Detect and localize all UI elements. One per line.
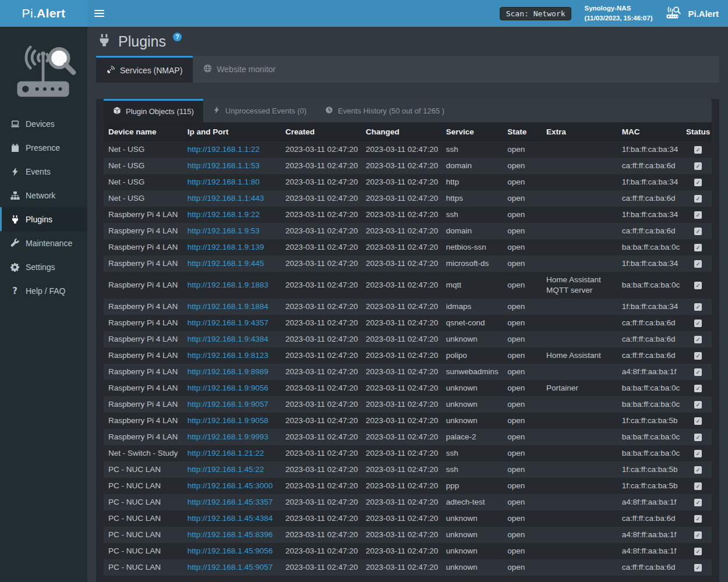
status-checkbox-checked[interactable]: ✓ [694, 162, 702, 170]
changed-cell: 2023-03-11 02:47:20 [361, 380, 441, 396]
ip-port-link[interactable]: http://192.168.1.9:1884 [188, 302, 268, 311]
column-header-created[interactable]: Created [281, 122, 361, 141]
subtab-plugin-objects-115[interactable]: Plugin Objects (115) [104, 99, 203, 122]
ip-port-link[interactable]: http://192.168.1.9:9056 [188, 384, 268, 392]
sidebar-item-maintenance[interactable]: Maintenance [0, 231, 87, 255]
ip-port-link[interactable]: http://192.168.1.1:443 [188, 194, 264, 203]
subtab-label: Unprocessed Events (0) [225, 107, 306, 115]
status-checkbox-checked[interactable]: ✓ [694, 515, 702, 523]
status-checkbox-checked[interactable]: ✓ [694, 146, 702, 154]
status-cell: ✓ [684, 478, 712, 494]
ip-port-link[interactable]: http://192.168.1.9:139 [188, 243, 264, 251]
app-logo[interactable]: Pi.Alert [0, 0, 87, 27]
ip-port-link[interactable]: http://192.168.1.9:445 [188, 259, 264, 268]
extra-cell [542, 543, 617, 559]
status-checkbox-checked[interactable]: ✓ [694, 244, 702, 251]
sidebar-item-network[interactable]: Network [0, 183, 87, 207]
extra-cell [542, 174, 617, 190]
status-checkbox-checked[interactable]: ✓ [694, 228, 702, 235]
device-name-cell: Raspberry Pi 4 LAN [104, 255, 183, 272]
changed-cell: 2023-03-11 02:47:20 [361, 510, 441, 527]
sidebar-item-devices[interactable]: Devices [0, 112, 87, 136]
state-cell: open [503, 347, 542, 364]
help-badge[interactable]: ? [173, 33, 182, 41]
column-header-state[interactable]: State [503, 122, 542, 141]
status-checkbox-checked[interactable]: ✓ [694, 434, 702, 441]
tab-website-monitor[interactable]: Website monitor [193, 56, 286, 83]
sidebar-item-presence[interactable]: Presence [0, 136, 87, 159]
ip-port-link[interactable]: http://192.168.1.1:80 [188, 178, 260, 186]
ip-port-link[interactable]: http://192.168.1.45:9057 [188, 563, 273, 572]
status-checkbox-checked[interactable]: ✓ [694, 211, 702, 219]
status-checkbox-checked[interactable]: ✓ [694, 368, 702, 376]
column-header-device-name[interactable]: Device name [104, 122, 183, 141]
sidebar-item-plugins[interactable]: Plugins [0, 207, 87, 231]
ip-port-link[interactable]: http://192.168.1.45:8396 [188, 530, 273, 539]
ip-port-link[interactable]: http://192.168.1.9:4384 [188, 335, 268, 343]
status-checkbox-checked[interactable]: ✓ [694, 417, 702, 425]
status-checkbox-checked[interactable]: ✓ [694, 179, 702, 186]
brand-link[interactable]: Pi.Alert [665, 5, 719, 22]
status-checkbox-checked[interactable]: ✓ [694, 564, 702, 572]
status-cell: ✓ [684, 272, 712, 299]
sidebar-item-events[interactable]: Events [0, 159, 87, 183]
ip-port-cell: http://192.168.1.9:9993 [183, 429, 281, 445]
status-checkbox-checked[interactable]: ✓ [694, 282, 702, 289]
ip-port-link[interactable]: http://192.168.1.45:4384 [188, 514, 273, 523]
page-header: Plugins ? [96, 27, 719, 52]
status-checkbox-checked[interactable]: ✓ [694, 401, 702, 409]
ip-port-cell: http://192.168.1.9:9056 [183, 380, 281, 396]
check-icon: ✓ [695, 320, 700, 327]
device-name-cell: Net - USG [104, 141, 183, 158]
column-header-status[interactable]: Status [684, 122, 712, 141]
status-checkbox-checked[interactable]: ✓ [694, 336, 702, 343]
ip-port-link[interactable]: http://192.168.1.9:53 [188, 226, 260, 235]
column-header-ip-and-port[interactable]: Ip and Port [183, 122, 281, 141]
status-checkbox-checked[interactable]: ✓ [694, 482, 702, 490]
sidebar-item-help-faq[interactable]: ?Help / FAQ [0, 279, 87, 303]
ip-port-link[interactable]: http://192.168.1.45:3357 [188, 498, 273, 506]
tab-services-nmap[interactable]: Services (NMAP) [96, 56, 193, 83]
ip-port-cell: http://192.168.1.9:53 [183, 223, 281, 239]
status-checkbox-checked[interactable]: ✓ [694, 385, 702, 392]
ip-port-link[interactable]: http://192.168.1.1:22 [188, 145, 260, 154]
ip-port-link[interactable]: http://192.168.1.9:4357 [188, 318, 268, 327]
ip-port-link[interactable]: http://192.168.1.9:8123 [188, 351, 268, 360]
column-header-service[interactable]: Service [441, 122, 503, 141]
status-checkbox-checked[interactable]: ✓ [694, 450, 702, 457]
ip-port-link[interactable]: http://192.168.1.21:22 [188, 449, 264, 457]
ip-port-cell: http://192.168.1.45:9056 [183, 543, 281, 559]
status-checkbox-checked[interactable]: ✓ [694, 320, 702, 327]
status-checkbox-checked[interactable]: ✓ [694, 195, 702, 203]
extra-cell [542, 429, 617, 445]
status-checkbox-checked[interactable]: ✓ [694, 352, 702, 360]
ip-port-link[interactable]: http://192.168.1.9:9993 [188, 432, 268, 441]
mac-cell: ca:ff:ff:ca:ba:6d [617, 190, 685, 207]
ip-port-link[interactable]: http://192.168.1.9:8989 [188, 367, 268, 376]
column-header-changed[interactable]: Changed [361, 122, 441, 141]
ip-port-link[interactable]: http://192.168.1.9:9057 [188, 400, 268, 409]
sidebar-toggle-button[interactable] [87, 0, 111, 27]
ip-port-link[interactable]: http://192.168.1.45:3000 [188, 481, 273, 490]
ip-port-link[interactable]: http://192.168.1.9:1883 [188, 281, 268, 289]
ip-port-link[interactable]: http://192.168.1.45:22 [188, 465, 264, 474]
status-checkbox-checked[interactable]: ✓ [694, 260, 702, 268]
ip-port-link[interactable]: http://192.168.1.45:9056 [188, 546, 273, 555]
status-checkbox-checked[interactable]: ✓ [694, 531, 702, 539]
status-checkbox-checked[interactable]: ✓ [694, 499, 702, 506]
ip-port-link[interactable]: http://192.168.1.1:53 [188, 161, 260, 170]
subtab-events-history-50-out-of-1265[interactable]: Events History (50 out of 1265 ) [316, 99, 454, 122]
status-checkbox-checked[interactable]: ✓ [694, 303, 702, 311]
sidebar-item-label: Maintenance [26, 239, 72, 248]
sidebar-item-settings[interactable]: Settings [0, 255, 87, 279]
created-cell: 2023-03-11 02:47:20 [281, 559, 361, 576]
created-cell: 2023-03-11 02:47:20 [281, 347, 361, 364]
subtab-unprocessed-events-0[interactable]: Unprocessed Events (0) [203, 99, 316, 122]
status-checkbox-checked[interactable]: ✓ [694, 548, 702, 555]
column-header-mac[interactable]: MAC [617, 122, 685, 141]
ip-port-link[interactable]: http://192.168.1.9:22 [188, 210, 260, 219]
ip-port-link[interactable]: http://192.168.1.9:9058 [188, 416, 268, 425]
column-header-extra[interactable]: Extra [542, 122, 617, 141]
status-checkbox-checked[interactable]: ✓ [694, 466, 702, 474]
status-cell: ✓ [684, 141, 712, 158]
